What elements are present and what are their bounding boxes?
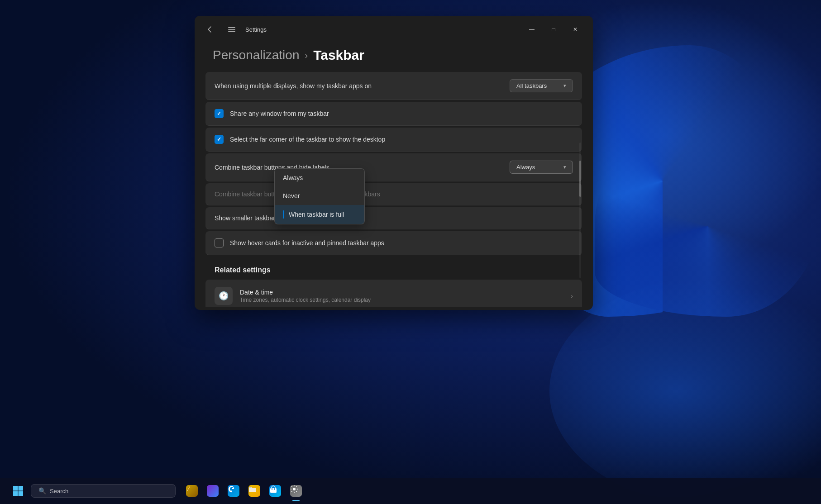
dropdown-never-label: Never bbox=[283, 192, 300, 200]
checkmark-icon: ✓ bbox=[217, 110, 221, 117]
dropdown-always-label: Always bbox=[283, 174, 303, 181]
dropdown-when-full-label: When taskbar is full bbox=[289, 211, 344, 218]
combine-buttons-dropdown[interactable]: Always ▾ bbox=[510, 161, 573, 174]
settings-window: Settings — □ ✕ Personalization › Taskbar… bbox=[195, 16, 593, 310]
svg-rect-0 bbox=[228, 27, 235, 28]
svg-rect-5 bbox=[13, 491, 18, 496]
close-button[interactable]: ✕ bbox=[565, 22, 586, 37]
hover-cards-label: Show hover cards for inactive and pinned… bbox=[230, 239, 384, 247]
combine-buttons-dropdown-menu: Always Never When taskbar is full bbox=[274, 168, 365, 224]
hover-cards-row: Show hover cards for inactive and pinned… bbox=[205, 231, 582, 255]
related-datetime-title: Date & time bbox=[240, 289, 563, 296]
combine-buttons-row: Combine taskbar buttons and hide labels … bbox=[205, 153, 582, 181]
search-icon: 🔍 bbox=[38, 487, 46, 494]
multiple-displays-row: When using multiple displays, show my ta… bbox=[205, 72, 582, 100]
store-app-icon bbox=[269, 485, 281, 497]
checkmark-icon-2: ✓ bbox=[217, 136, 221, 143]
multiple-displays-dropdown[interactable]: All taskbars ▾ bbox=[510, 79, 573, 92]
svg-rect-2 bbox=[228, 31, 235, 32]
breadcrumb: Personalization › Taskbar bbox=[195, 43, 593, 72]
taskbar-app-drawing[interactable] bbox=[183, 482, 201, 500]
selected-indicator bbox=[283, 210, 284, 219]
datetime-icon: 🕐 bbox=[215, 287, 233, 305]
share-window-label: Share any window from my taskbar bbox=[230, 110, 329, 117]
share-window-checkbox[interactable]: ✓ bbox=[215, 109, 224, 118]
breadcrumb-chevron-icon: › bbox=[305, 50, 308, 61]
window-title: Settings bbox=[245, 26, 516, 33]
dropdown-item-never[interactable]: Never bbox=[275, 187, 364, 205]
combine-buttons-chevron-icon: ▾ bbox=[563, 164, 566, 170]
related-datetime-item[interactable]: 🕐 Date & time Time zones, automatic cloc… bbox=[205, 280, 582, 307]
svg-rect-1 bbox=[228, 29, 235, 30]
active-indicator bbox=[292, 500, 300, 501]
explorer-app-icon bbox=[248, 485, 260, 497]
breadcrumb-parent[interactable]: Personalization bbox=[213, 48, 299, 62]
drawing-app-icon bbox=[186, 485, 198, 497]
taskbar-app-store[interactable] bbox=[266, 482, 284, 500]
taskbar-search-text: Search bbox=[50, 488, 68, 494]
combine-other-label: Combine taskbar buttons and hide labels … bbox=[215, 190, 573, 198]
dropdown-item-always[interactable]: Always bbox=[275, 169, 364, 187]
far-corner-checkbox[interactable]: ✓ bbox=[215, 135, 224, 144]
minimize-button[interactable]: — bbox=[521, 22, 542, 37]
related-datetime-text: Date & time Time zones, automatic clock … bbox=[240, 289, 563, 303]
scrollbar-thumb[interactable] bbox=[579, 161, 581, 197]
copilot-app-icon bbox=[207, 485, 219, 497]
share-window-row: ✓ Share any window from my taskbar bbox=[205, 102, 582, 126]
smaller-buttons-row: Show smaller taskbar buttons bbox=[205, 207, 582, 229]
start-button[interactable] bbox=[9, 482, 27, 500]
taskbar-apps bbox=[183, 482, 305, 500]
svg-rect-3 bbox=[13, 486, 18, 491]
far-corner-row: ✓ Select the far corner of the taskbar t… bbox=[205, 128, 582, 152]
window-titlebar: Settings — □ ✕ bbox=[195, 16, 593, 43]
multiple-displays-chevron-icon: ▾ bbox=[563, 83, 566, 89]
hamburger-button[interactable] bbox=[224, 21, 240, 38]
windows-logo-icon bbox=[13, 485, 24, 496]
svg-point-8 bbox=[293, 488, 296, 490]
taskbar-app-explorer[interactable] bbox=[245, 482, 263, 500]
edge-app-icon bbox=[228, 485, 239, 497]
svg-rect-4 bbox=[19, 486, 24, 491]
breadcrumb-current: Taskbar bbox=[313, 48, 364, 63]
related-settings-header: Related settings bbox=[205, 257, 582, 280]
svg-rect-6 bbox=[19, 491, 24, 496]
far-corner-label: Select the far corner of the taskbar to … bbox=[230, 136, 385, 143]
scrollbar-track bbox=[579, 143, 581, 278]
related-datetime-subtitle: Time zones, automatic clock settings, ca… bbox=[240, 297, 563, 303]
settings-app-icon bbox=[290, 485, 302, 497]
taskbar-search[interactable]: 🔍 Search bbox=[31, 484, 176, 498]
multiple-displays-value: All taskbars bbox=[516, 82, 547, 89]
svg-rect-7 bbox=[270, 488, 277, 493]
smaller-buttons-label: Show smaller taskbar buttons bbox=[215, 214, 573, 222]
dropdown-item-when-full[interactable]: When taskbar is full bbox=[275, 205, 364, 224]
related-datetime-chevron-icon: › bbox=[571, 292, 573, 300]
taskbar-app-edge[interactable] bbox=[224, 482, 243, 500]
combine-other-row: Combine taskbar buttons and hide labels … bbox=[205, 183, 582, 205]
taskbar-app-settings[interactable] bbox=[287, 482, 305, 500]
combine-buttons-value: Always bbox=[516, 164, 535, 171]
hover-cards-checkbox[interactable] bbox=[215, 238, 224, 247]
window-controls: — □ ✕ bbox=[521, 22, 586, 37]
content-area: When using multiple displays, show my ta… bbox=[195, 72, 593, 307]
taskbar: 🔍 Search bbox=[0, 478, 821, 504]
multiple-displays-label: When using multiple displays, show my ta… bbox=[215, 82, 510, 90]
taskbar-app-copilot[interactable] bbox=[204, 482, 222, 500]
maximize-button[interactable]: □ bbox=[543, 22, 564, 37]
back-button[interactable] bbox=[202, 21, 218, 38]
